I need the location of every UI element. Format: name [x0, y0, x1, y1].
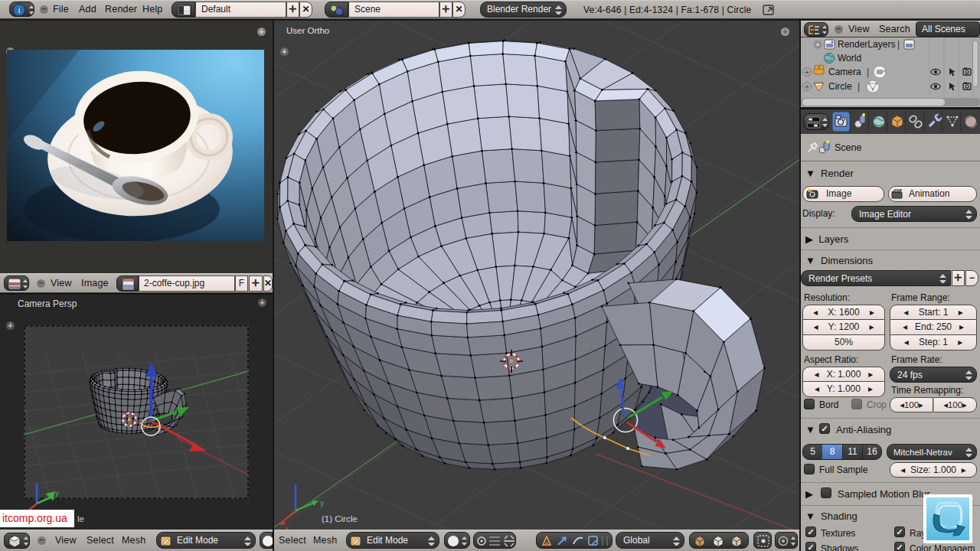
- svg-text:Camera: Camera: [828, 67, 861, 77]
- svg-text:RenderLayers: RenderLayers: [838, 39, 895, 50]
- svg-text:|: |: [897, 39, 900, 50]
- svg-text:|: |: [858, 81, 860, 92]
- svg-text:+: +: [805, 68, 809, 77]
- svg-text:y: y: [55, 489, 59, 497]
- svg-text:+: +: [815, 41, 820, 49]
- svg-text:i: i: [18, 5, 20, 15]
- svg-text:|: |: [867, 67, 869, 77]
- svg-text:Circle: Circle: [828, 81, 852, 92]
- svg-text:Scene: Scene: [835, 142, 861, 153]
- svg-text:World: World: [838, 53, 861, 64]
- svg-text:+: +: [805, 83, 809, 91]
- svg-text:y: y: [320, 499, 324, 507]
